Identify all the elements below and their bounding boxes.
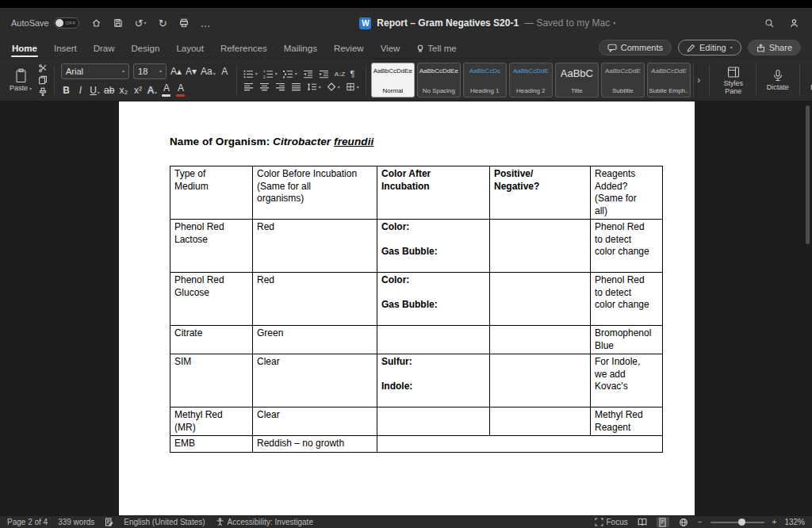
organism-heading[interactable]: Name of Organism: Citrobacter freundii (170, 136, 644, 147)
table-cell[interactable] (490, 220, 591, 273)
font-color-button[interactable]: A (175, 83, 186, 97)
vertical-scrollbar[interactable] (806, 105, 810, 244)
autosave-toggle[interactable]: AutoSave OFF (11, 17, 79, 29)
table-cell[interactable]: Clear (253, 354, 377, 407)
print-icon[interactable] (179, 18, 189, 28)
tab-review[interactable]: Review (333, 41, 365, 58)
zoom-out-button[interactable]: − (698, 518, 703, 526)
highlight-color-button[interactable]: A (161, 83, 171, 97)
tab-view[interactable]: View (380, 41, 401, 58)
table-cell[interactable]: Phenol RedGlucose (170, 273, 253, 326)
presence-share-icon[interactable] (789, 18, 799, 29)
zoom-slider[interactable] (710, 522, 764, 523)
style-title[interactable]: AaBbC Title (555, 63, 599, 98)
tab-mailings[interactable]: Mailings (283, 41, 318, 58)
redo-icon[interactable]: ↻ (159, 18, 167, 29)
table-cell[interactable]: Phenol Redto detectcolor change (591, 220, 663, 273)
underline-button[interactable]: U▾ (90, 86, 100, 95)
table-cell[interactable]: Reddish – no growth (253, 436, 377, 453)
numbering-icon[interactable]: 12 ▾ (263, 70, 278, 78)
font-size-combobox[interactable]: 18▾ (133, 63, 167, 79)
increase-indent-icon[interactable] (319, 70, 329, 78)
table-cell[interactable]: Red (253, 273, 377, 326)
page-indicator[interactable]: Page 2 of 4 (7, 518, 48, 526)
tab-layout[interactable]: Layout (175, 41, 205, 58)
document-page[interactable]: Name of Organism: Citrobacter freundii T… (119, 101, 695, 515)
copy-icon[interactable] (38, 75, 48, 85)
tab-design[interactable]: Design (131, 41, 161, 58)
align-left-icon[interactable] (243, 82, 254, 91)
tab-insert[interactable]: Insert (53, 41, 78, 58)
decrease-indent-icon[interactable] (303, 70, 313, 78)
change-case-button[interactable]: Aa▾ (201, 67, 216, 76)
cut-icon[interactable] (38, 63, 48, 73)
styles-gallery-more-button[interactable]: › (693, 63, 704, 98)
tab-tell-me[interactable]: Tell me (416, 41, 457, 58)
focus-button[interactable]: Focus (595, 518, 628, 526)
table-cell[interactable]: Color: Gas Bubble: (377, 273, 490, 326)
borders-icon[interactable]: ▾ (346, 82, 359, 91)
editing-mode-button[interactable]: Editing ▾ (678, 40, 741, 55)
subscript-button[interactable]: x₂ (118, 86, 128, 95)
style-heading-2[interactable]: AaBbCcDdE Heading 2 (509, 63, 553, 98)
save-icon[interactable] (113, 18, 123, 28)
table-cell[interactable] (377, 436, 663, 453)
align-center-icon[interactable] (259, 82, 270, 91)
table-cell[interactable]: Citrate (170, 326, 253, 354)
shrink-font-button[interactable]: A▾ (186, 67, 197, 76)
paste-button[interactable]: Paste▾ (7, 66, 34, 94)
print-layout-icon[interactable] (657, 517, 669, 527)
style-heading-1[interactable]: AaBbCcDc Heading 1 (463, 63, 507, 98)
table-cell[interactable] (377, 407, 490, 436)
table-cell[interactable]: Clear (253, 407, 377, 436)
saved-status[interactable]: — Saved to my Mac ▾ (524, 17, 615, 29)
tab-references[interactable]: References (220, 41, 268, 58)
table-cell[interactable] (377, 326, 490, 354)
dictate-button[interactable]: Dictate (761, 67, 795, 94)
more-commands-icon[interactable]: … (201, 18, 211, 29)
style-no-spacing[interactable]: AaBbCcDdEe No Spacing (417, 63, 461, 98)
table-cell[interactable]: Color: Gas Bubble: (377, 220, 490, 273)
table-cell[interactable]: Phenol RedLactose (170, 220, 253, 273)
home-icon[interactable] (91, 18, 102, 28)
text-effects-button[interactable]: A▾ (147, 86, 157, 95)
table-cell[interactable]: ReagentsAdded?(Same forall) (591, 166, 663, 220)
line-spacing-icon[interactable]: ▾ (307, 82, 321, 91)
proofing-icon[interactable] (105, 518, 113, 526)
table-cell[interactable]: SIM (170, 354, 253, 407)
language-indicator[interactable]: English (United States) (124, 518, 205, 526)
table-cell[interactable] (490, 273, 591, 326)
zoom-slider-thumb[interactable] (738, 518, 745, 526)
align-right-icon[interactable] (275, 82, 285, 91)
editor-button[interactable]: Editor (805, 67, 812, 94)
table-cell[interactable]: Type ofMedium (170, 166, 253, 220)
autosave-switch[interactable]: OFF (54, 17, 79, 29)
justify-icon[interactable] (291, 82, 301, 91)
word-count[interactable]: 339 words (58, 518, 94, 526)
styles-pane-button[interactable]: Styles Pane (716, 63, 751, 98)
multilevel-list-icon[interactable]: ▾ (283, 70, 297, 78)
share-button[interactable]: Share (748, 40, 801, 55)
table-cell[interactable]: EMB (170, 436, 253, 453)
style-subtitle[interactable]: AaBbCcDdE Subtitle (601, 63, 645, 98)
italic-button[interactable]: I (75, 86, 86, 95)
accessibility-status[interactable]: Accessibility: Investigate (216, 518, 313, 526)
table-cell[interactable]: Methyl Red(MR) (170, 407, 253, 436)
table-cell[interactable]: BromophenolBlue (591, 326, 663, 354)
comments-button[interactable]: Comments (599, 40, 672, 55)
table-cell[interactable]: Color AfterIncubation (377, 166, 490, 220)
table-cell[interactable]: Color Before Incubation(Same for allorga… (253, 166, 377, 220)
web-layout-icon[interactable] (677, 517, 690, 527)
bullets-icon[interactable]: ▾ (243, 70, 258, 78)
table-cell[interactable]: Methyl RedReagent (591, 407, 663, 436)
superscript-button[interactable]: x² (132, 86, 143, 95)
strikethrough-button[interactable]: ab (104, 86, 114, 95)
organism-table[interactable]: Type ofMediumColor Before Incubation(Sam… (170, 166, 663, 453)
table-cell[interactable] (490, 407, 591, 436)
shading-icon[interactable]: ▾ (327, 82, 340, 91)
table-cell[interactable]: Red (253, 220, 377, 273)
clear-formatting-button[interactable]: A (220, 67, 230, 76)
table-cell[interactable]: Positive/Negative? (490, 166, 591, 220)
table-cell[interactable]: Sulfur: Indole: (377, 354, 490, 407)
tab-home[interactable]: Home (11, 41, 38, 58)
